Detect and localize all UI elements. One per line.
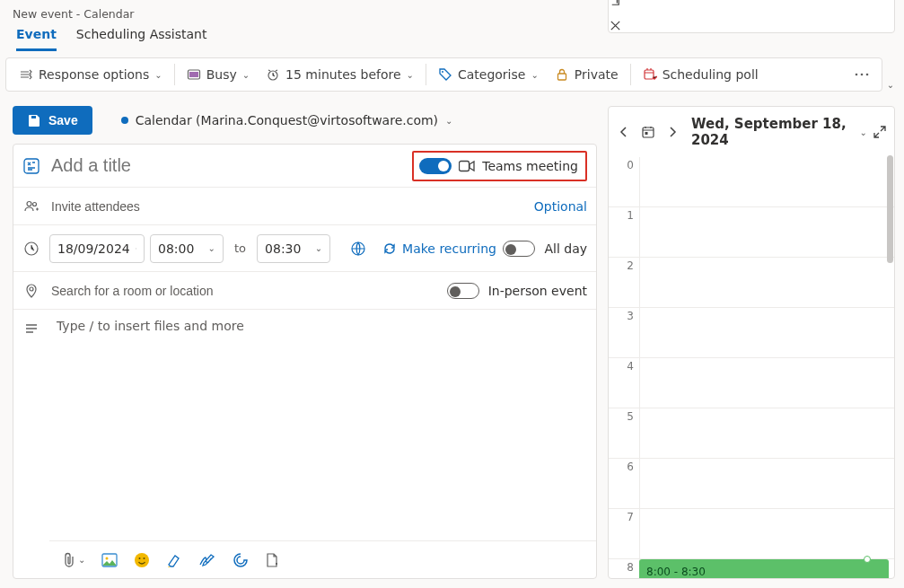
loop-icon xyxy=(233,552,249,568)
title-bar: New event - Calendar xyxy=(0,0,904,27)
save-button[interactable]: Save xyxy=(13,106,92,135)
svg-rect-9 xyxy=(24,159,39,173)
editor-more-button[interactable] xyxy=(265,552,279,568)
calendar-small-icon xyxy=(136,242,136,255)
ellipsis-icon xyxy=(855,73,869,76)
calendar-picker[interactable]: Calendar (Marina.Conquest@virtosoftware.… xyxy=(121,113,453,127)
hour-label: 1 xyxy=(609,207,639,257)
svg-point-7 xyxy=(861,74,864,76)
attach-button[interactable]: ⌄ xyxy=(62,552,85,568)
svg-point-6 xyxy=(856,74,858,76)
optional-link[interactable]: Optional xyxy=(534,199,587,214)
window: New event - Calendar Event Scheduling As… xyxy=(0,0,904,588)
svg-point-20 xyxy=(139,557,141,559)
today-button[interactable] xyxy=(637,123,659,141)
calendar-color-dot xyxy=(121,117,128,124)
recurring-icon xyxy=(382,241,397,256)
svg-rect-1 xyxy=(189,72,198,77)
ribbon-expand-button[interactable]: ⌄ xyxy=(882,57,899,92)
svg-point-8 xyxy=(866,74,869,76)
in-person-toggle[interactable] xyxy=(447,283,479,299)
svg-point-21 xyxy=(144,557,145,559)
chevron-left-icon xyxy=(619,126,628,138)
busy-icon xyxy=(187,67,201,82)
svg-point-12 xyxy=(33,202,37,206)
chevron-down-icon: ⌄ xyxy=(78,555,85,565)
highlighter-icon xyxy=(166,552,182,568)
day-preview-panel: Wed, September 18, 2024 ⌄ 0 1 2 3 4 5 6 … xyxy=(608,106,895,579)
paperclip-icon xyxy=(62,552,76,568)
event-resize-handle[interactable] xyxy=(864,556,871,563)
scrollbar[interactable] xyxy=(885,152,894,529)
tab-event[interactable]: Event xyxy=(16,27,57,51)
chevron-down-icon: ⌄ xyxy=(315,243,322,253)
scrollbar-thumb[interactable] xyxy=(887,155,893,263)
emoji-icon xyxy=(134,552,150,568)
teams-meeting-highlight: Teams meeting xyxy=(412,151,587,181)
end-time-field[interactable]: 08:30 ⌄ xyxy=(257,234,330,263)
chevron-down-icon: ⌄ xyxy=(407,70,414,80)
start-date-field[interactable]: 18/09/2024 xyxy=(49,234,145,263)
globe-icon xyxy=(350,241,366,257)
location-input[interactable] xyxy=(49,283,447,299)
svg-point-18 xyxy=(106,557,109,559)
scheduling-poll-icon xyxy=(643,67,657,82)
more-button[interactable] xyxy=(847,69,876,80)
pen-signature-icon xyxy=(198,553,216,567)
svg-rect-10 xyxy=(460,161,470,171)
all-day-toggle[interactable] xyxy=(503,241,535,257)
alarm-icon xyxy=(266,67,280,82)
close-icon[interactable] xyxy=(609,19,894,32)
emoji-button[interactable] xyxy=(134,552,150,568)
event-block[interactable]: 8:00 - 8:30 xyxy=(639,559,889,578)
tab-scheduling-assistant[interactable]: Scheduling Assistant xyxy=(76,27,207,51)
tag-icon xyxy=(438,67,452,82)
categorise-button[interactable]: Categorise ⌄ xyxy=(431,62,546,87)
form-area: Teams meeting Optional xyxy=(13,144,597,579)
all-day-label: All day xyxy=(544,241,587,256)
signature-button[interactable] xyxy=(198,553,216,567)
chevron-down-icon: ⌄ xyxy=(531,70,538,80)
teams-meeting-toggle[interactable] xyxy=(419,158,452,174)
start-time-field[interactable]: 08:00 ⌄ xyxy=(150,234,224,263)
toolbar: Response options ⌄ Busy ⌄ 15 minutes bef… xyxy=(5,57,882,92)
calendar-today-icon xyxy=(641,125,655,139)
show-as-button[interactable]: Busy ⌄ xyxy=(180,62,257,87)
svg-point-19 xyxy=(135,553,149,567)
image-icon xyxy=(101,553,118,567)
chevron-down-icon: ⌄ xyxy=(445,116,452,126)
loop-component-button[interactable] xyxy=(233,552,249,568)
title-hint-icon[interactable] xyxy=(13,158,49,174)
chevron-down-icon: ⌄ xyxy=(208,243,215,253)
svg-point-3 xyxy=(442,71,443,73)
reminder-button[interactable]: 15 minutes before ⌄ xyxy=(259,62,421,87)
expand-preview-button[interactable] xyxy=(873,125,887,139)
time-grid[interactable]: 0 1 2 3 4 5 6 7 8 8:00 - 8:30 xyxy=(609,157,894,578)
chevron-right-icon xyxy=(668,126,677,138)
response-options-button[interactable]: Response options ⌄ xyxy=(12,62,170,87)
prev-day-button[interactable] xyxy=(616,124,632,140)
timezone-button[interactable] xyxy=(350,241,366,257)
popout-icon[interactable] xyxy=(609,0,894,8)
location-icon xyxy=(13,283,49,299)
next-day-button[interactable] xyxy=(664,124,680,140)
hour-label: 4 xyxy=(609,358,639,408)
save-icon xyxy=(27,113,41,127)
insert-image-button[interactable] xyxy=(101,553,118,567)
attendees-input[interactable] xyxy=(49,198,534,215)
svg-rect-22 xyxy=(643,127,654,137)
hour-label: 6 xyxy=(609,459,639,508)
highlight-button[interactable] xyxy=(166,552,182,568)
description-toolbar: ⌄ xyxy=(49,540,596,578)
chevron-down-icon[interactable]: ⌄ xyxy=(860,127,867,137)
hour-label: 8 xyxy=(609,559,639,578)
chevron-down-icon: ⌄ xyxy=(154,70,162,80)
make-recurring-button[interactable]: Make recurring xyxy=(382,241,496,256)
title-input[interactable] xyxy=(49,154,412,177)
description-input[interactable] xyxy=(49,310,596,540)
private-button[interactable]: Private xyxy=(548,62,626,87)
svg-rect-23 xyxy=(645,132,648,135)
scheduling-poll-button[interactable]: Scheduling poll xyxy=(636,62,766,87)
people-icon xyxy=(13,198,49,215)
svg-rect-5 xyxy=(645,70,654,79)
